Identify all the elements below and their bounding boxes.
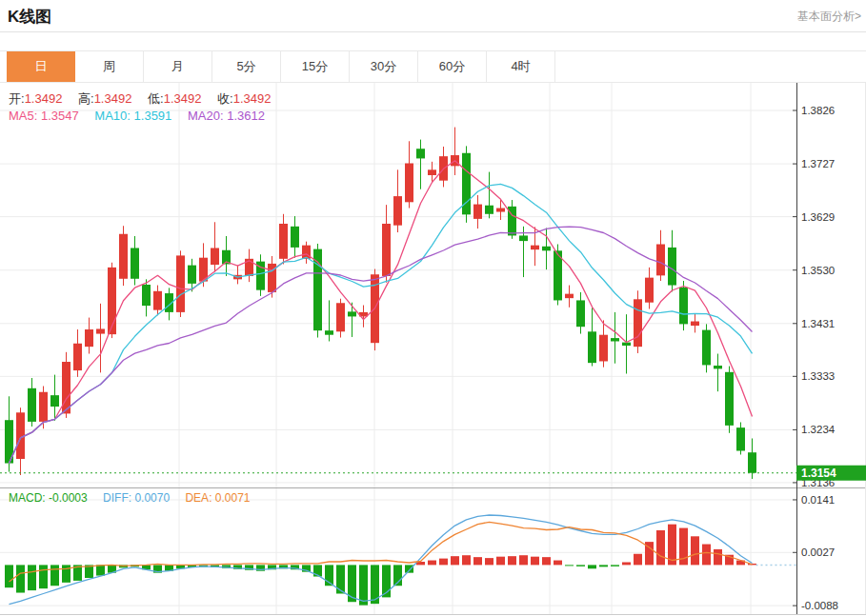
axis-label: 0.0027 [801, 546, 835, 558]
candle-down [588, 331, 596, 363]
close-label: 收: [217, 91, 233, 106]
macd-bar [462, 555, 471, 565]
current-price-badge-value: 1.3154 [801, 467, 836, 480]
macd-bar [39, 565, 48, 588]
candle-down [485, 206, 493, 214]
macd-bar [5, 565, 13, 587]
tab-week[interactable]: 周 [75, 51, 144, 82]
axis-label: 1.3629 [801, 211, 835, 223]
tab-4hour[interactable]: 4时 [487, 51, 555, 82]
candle-up [85, 329, 93, 347]
candle-down [348, 311, 356, 316]
macd-bar [508, 556, 516, 565]
macd-bar [28, 565, 36, 590]
ma20-label: MA20: 1.3612 [188, 109, 265, 123]
dea-label: DEA: 0.0071 [185, 491, 250, 505]
candle-up [531, 246, 539, 250]
candle-down [668, 248, 676, 286]
macd-bar [519, 555, 528, 565]
page-title: K线图 [8, 6, 51, 28]
fundamental-analysis-link[interactable]: 基本面分析> [797, 9, 861, 25]
period-tab-bar: 日周月5分15分30分60分4时 [0, 50, 866, 83]
candle-up [496, 209, 505, 212]
candle-down [416, 149, 425, 158]
candle-down [519, 235, 528, 241]
axis-label: 1.3234 [801, 424, 836, 435]
dea-line [10, 522, 753, 582]
candle-up [599, 335, 608, 362]
macd-row: MACD: -0.0003 DIFF: 0.0070 DEA: 0.0071 [9, 491, 251, 505]
macd-label: MACD: -0.0003 [9, 491, 88, 505]
candle-up [634, 299, 642, 347]
low-value: 1.3492 [164, 91, 202, 106]
candle-down [576, 300, 585, 327]
candle-up [428, 169, 436, 175]
macd-bar [428, 561, 436, 566]
macd-bar [348, 565, 356, 602]
high-label: 高: [78, 91, 94, 106]
candle-down [725, 372, 734, 426]
macd-bar [588, 565, 596, 568]
macd-bar [691, 536, 699, 565]
candle-up [656, 245, 665, 276]
ma10-label: MA10: 1.3591 [94, 109, 171, 123]
open-value: 1.3492 [25, 91, 63, 106]
candle-up [211, 248, 219, 265]
macd-bar [576, 565, 585, 566]
candle-down [131, 248, 139, 278]
ma20-value: 1.3612 [227, 109, 265, 123]
tab-30min[interactable]: 30分 [350, 51, 418, 82]
candle-up [39, 392, 48, 422]
macd-bar [599, 565, 608, 566]
macd-bar [359, 565, 368, 605]
macd-bar [485, 558, 493, 565]
macd-bar [336, 565, 345, 593]
macd-bar [634, 554, 642, 566]
macd-bar [531, 557, 539, 566]
candle-down [542, 247, 551, 251]
candle-down [142, 285, 151, 306]
candle-up [336, 303, 345, 331]
candle-up [279, 224, 288, 259]
macd-bar [714, 549, 722, 566]
macd-bar [96, 565, 105, 575]
macd-bar [16, 565, 25, 592]
candle-up [96, 328, 105, 333]
open-label: 开: [9, 91, 25, 106]
macd-bar [565, 565, 574, 566]
diff-value: 0.0070 [134, 491, 170, 505]
candle-down [313, 249, 322, 331]
ma5-value: 1.3547 [41, 109, 79, 123]
macd-bar [702, 545, 711, 566]
candle-down [50, 395, 59, 407]
tab-60min[interactable]: 60分 [418, 51, 487, 82]
tab-15min[interactable]: 15分 [281, 51, 350, 82]
candle-down [679, 288, 688, 325]
candle-down [748, 452, 756, 473]
tab-month[interactable]: 月 [144, 51, 212, 82]
macd-bar [542, 557, 551, 565]
axis-label: 1.3333 [801, 370, 835, 382]
candle-up [382, 224, 391, 276]
low-label: 低: [148, 91, 164, 106]
axis-label: 0.0141 [801, 494, 835, 506]
axis-label: -0.0088 [801, 600, 838, 611]
tab-5min[interactable]: 5分 [212, 51, 281, 82]
candle-down [714, 366, 722, 368]
candle-down [611, 338, 619, 341]
tab-day[interactable]: 日 [7, 51, 75, 82]
candle-up [62, 362, 70, 413]
macd-bar [656, 530, 665, 565]
high-value: 1.3492 [94, 91, 132, 106]
candle-up [73, 344, 82, 370]
candle-up [108, 268, 116, 334]
axis-label: 1.3826 [801, 105, 835, 116]
macd-bar [611, 565, 619, 566]
ma-row: MA5: 1.3547 MA10: 1.3591 MA20: 1.3612 [9, 109, 265, 123]
ma10-value: 1.3591 [134, 109, 172, 123]
dea-value: 0.0071 [215, 491, 251, 505]
diff-label: DIFF: 0.0070 [103, 491, 170, 505]
candle-down [702, 330, 711, 366]
candle-up [405, 164, 413, 203]
widget-header: K线图 基本面分析> [0, 0, 866, 32]
